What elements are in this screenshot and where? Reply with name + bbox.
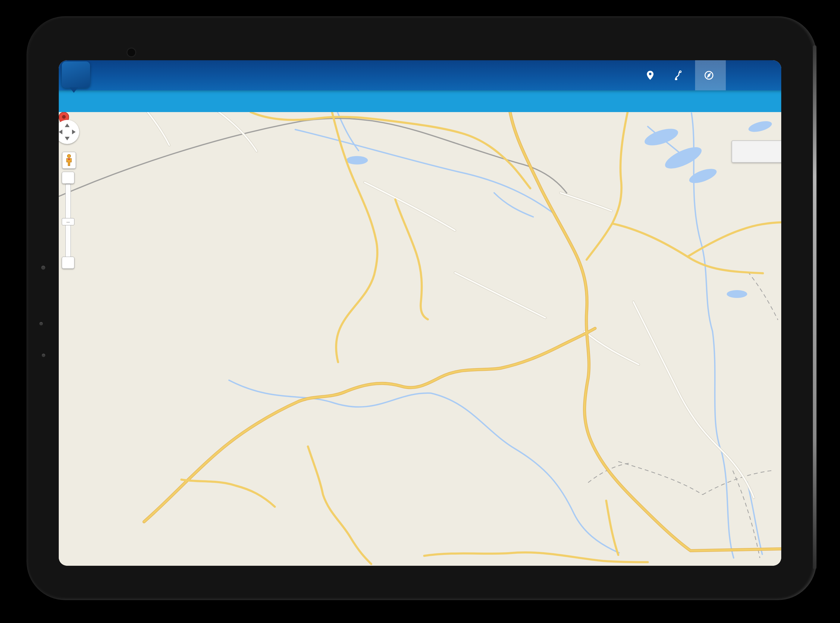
country-border	[59, 118, 567, 196]
pin-icon	[647, 71, 654, 80]
front-camera	[126, 48, 136, 57]
lake	[346, 119, 773, 298]
pan-arrows-icon	[59, 120, 79, 144]
main-nav	[638, 60, 726, 91]
tablet-rim	[813, 45, 817, 569]
search-location-box[interactable]	[731, 140, 781, 163]
zoom-slider-handle[interactable]: –	[62, 218, 74, 226]
county-border	[588, 272, 778, 558]
side-button	[41, 266, 45, 270]
compass-icon	[704, 71, 714, 80]
nav-track[interactable]	[666, 60, 695, 91]
zoom-out-button[interactable]	[62, 257, 74, 269]
sub-nav	[59, 91, 781, 112]
pan-control[interactable]	[59, 120, 79, 144]
zoom-in-button[interactable]	[62, 172, 74, 184]
river	[229, 112, 762, 558]
app-header	[59, 60, 781, 91]
road-secondary	[115, 112, 754, 498]
nav-locations[interactable]	[638, 60, 666, 91]
road-main	[144, 112, 781, 564]
road-casing	[115, 112, 754, 498]
map-canvas[interactable]: –	[59, 112, 781, 566]
screenshot-stage: –	[0, 0, 840, 623]
side-button	[42, 354, 45, 357]
track-icon	[674, 71, 683, 80]
gps-assist-logo[interactable]	[62, 61, 90, 88]
map-roads-layer	[59, 112, 781, 566]
app-screen: –	[59, 60, 781, 566]
pegman-icon	[65, 154, 73, 166]
nav-proximity[interactable]	[695, 60, 726, 91]
pegman-control[interactable]	[62, 152, 76, 169]
side-button	[40, 322, 43, 325]
